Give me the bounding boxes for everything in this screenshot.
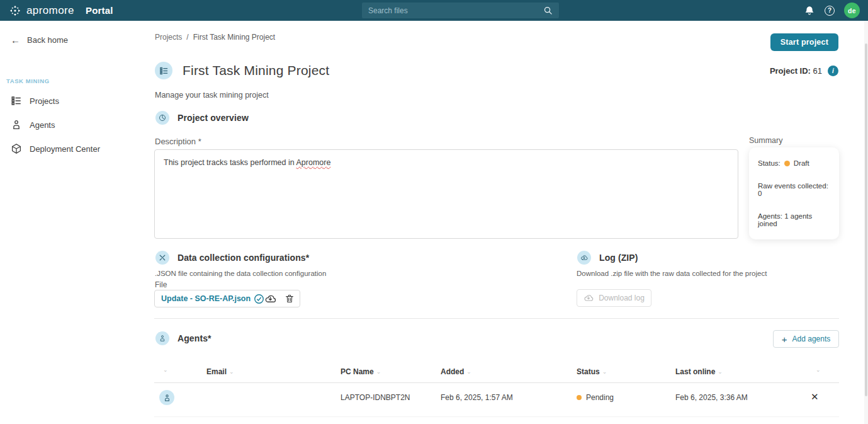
status-value: Pending (586, 393, 614, 402)
projects-list-icon (11, 95, 22, 106)
apromore-logo[interactable]: apromore (9, 4, 74, 17)
summary-raw-events: Raw events collected: 0 (758, 182, 830, 197)
sort-icon: ⌄ (229, 369, 234, 375)
scrollbar[interactable] (864, 21, 868, 424)
globe-icon (159, 114, 166, 122)
log-icon (577, 251, 591, 265)
data-collection-subtitle: .JSON file containing the data collectio… (155, 270, 326, 277)
cell-added: Feb 6, 2025, 1:57 AM (441, 393, 513, 402)
breadcrumb: Projects / First Task Mining Project (155, 33, 275, 42)
apromore-logo-icon (9, 4, 21, 17)
page-title-row: First Task Mining Project (155, 62, 329, 79)
download-log-button[interactable]: Download log (577, 289, 651, 307)
tune-cross-icon (159, 254, 166, 261)
start-project-button[interactable]: Start project (770, 33, 838, 51)
search-bar[interactable] (362, 3, 559, 18)
description-spellchecked-word: Apromore (296, 158, 331, 167)
back-home-link[interactable]: ← Back home (11, 35, 68, 45)
project-id-value: 61 (813, 66, 822, 76)
table-header-pc-name[interactable]: PC Name ⌄ (341, 367, 381, 376)
plus-icon: + (782, 335, 787, 344)
sort-icon: ⌄ (816, 367, 821, 373)
sidebar: ← Back home TASK MINING Projects Agents (0, 21, 151, 424)
download-file-icon[interactable] (264, 293, 276, 305)
cloud-download-icon (580, 254, 588, 261)
package-box-icon (11, 143, 22, 154)
scrollbar-thumb[interactable] (865, 43, 867, 396)
remove-agent-icon[interactable]: ✕ (811, 391, 819, 403)
table-header-avatar[interactable]: ⌄ (161, 367, 168, 373)
sidebar-section-label: TASK MINING (6, 77, 50, 84)
info-icon[interactable]: i (828, 66, 838, 76)
section-divider (154, 318, 839, 319)
sidebar-item-label: Projects (30, 96, 59, 106)
user-avatar[interactable]: de (844, 3, 860, 18)
sidebar-item-agents[interactable]: Agents (11, 119, 55, 130)
page-title: First Task Mining Project (183, 63, 329, 78)
agents-section-header: Agents* (155, 331, 211, 345)
agent-avatar (159, 390, 174, 405)
person-icon (163, 394, 171, 402)
product-name: Portal (86, 5, 113, 16)
breadcrumb-separator: / (186, 33, 188, 42)
log-section-header: Log (ZIP) (577, 251, 638, 265)
sidebar-item-deployment-center[interactable]: Deployment Center (11, 143, 100, 154)
project-overview-section-header: Project overview (155, 111, 249, 125)
section-title: Data collection configurations* (178, 253, 309, 263)
config-file-box: Update - SO-RE-AP.json (154, 290, 300, 307)
table-header-actions[interactable]: ⌄ (813, 367, 821, 373)
section-title: Log (ZIP) (599, 253, 638, 263)
cell-last-online: Feb 6, 2025, 3:36 AM (675, 393, 748, 402)
description-textarea[interactable]: This project tracks tasks performed in A… (154, 149, 738, 239)
add-agents-button[interactable]: + Add agents (773, 330, 839, 348)
add-agents-label: Add agents (792, 335, 831, 343)
summary-status-value: Draft (794, 159, 809, 167)
column-label: Email (206, 367, 227, 376)
log-subtitle: Download .zip file with the raw data col… (577, 270, 767, 277)
sidebar-item-projects[interactable]: Projects (11, 95, 59, 106)
agent-person-icon (11, 119, 22, 130)
breadcrumb-current: First Task Mining Project (193, 33, 275, 42)
notifications-bell-icon[interactable] (804, 5, 815, 16)
summary-status-label: Status: (758, 159, 781, 167)
agents-icon (155, 331, 169, 345)
sort-icon: ⌄ (466, 369, 471, 375)
config-file-link[interactable]: Update - SO-RE-AP.json (161, 294, 251, 303)
summary-card: Status: Draft Raw events collected: 0 Ag… (749, 147, 839, 239)
breadcrumb-projects[interactable]: Projects (155, 33, 182, 42)
help-icon[interactable]: ? (825, 6, 835, 16)
sidebar-item-label: Agents (30, 120, 55, 130)
table-header-last-online[interactable]: Last online ⌄ (675, 367, 723, 376)
summary-agents: Agents: 1 agents joined (758, 212, 830, 227)
list-icon (159, 66, 169, 76)
brand-name: apromore (26, 4, 74, 17)
search-icon[interactable] (543, 6, 553, 15)
check-circle-icon (254, 294, 264, 304)
table-header-divider (154, 382, 839, 383)
download-log-label: Download log (599, 294, 645, 302)
back-home-label: Back home (27, 35, 68, 45)
project-title-icon (155, 62, 172, 79)
delete-file-icon[interactable] (285, 294, 295, 304)
status-dot-icon (577, 395, 582, 400)
sort-icon: ⌄ (163, 367, 168, 373)
description-label: Description * (155, 137, 201, 146)
table-header-email[interactable]: Email ⌄ (206, 367, 234, 376)
navbar-actions: ? de (804, 0, 860, 21)
column-label: Last online (675, 367, 715, 376)
summary-status: Status: Draft (758, 159, 830, 167)
table-header-added[interactable]: Added ⌄ (441, 367, 471, 376)
project-id-label: Project ID: (770, 66, 811, 76)
table-row-divider (154, 416, 839, 417)
data-collection-icon (155, 251, 169, 265)
column-label: Added (441, 367, 464, 376)
person-icon (159, 335, 166, 342)
column-label: PC Name (341, 367, 374, 376)
status-dot-icon (784, 161, 790, 166)
project-id: Project ID: 61 i (770, 66, 838, 76)
section-title: Agents* (178, 333, 211, 343)
table-header-status[interactable]: Status ⌄ (577, 367, 607, 376)
search-input[interactable] (368, 6, 543, 15)
cloud-download-icon (583, 293, 594, 303)
sidebar-item-label: Deployment Center (30, 144, 100, 154)
